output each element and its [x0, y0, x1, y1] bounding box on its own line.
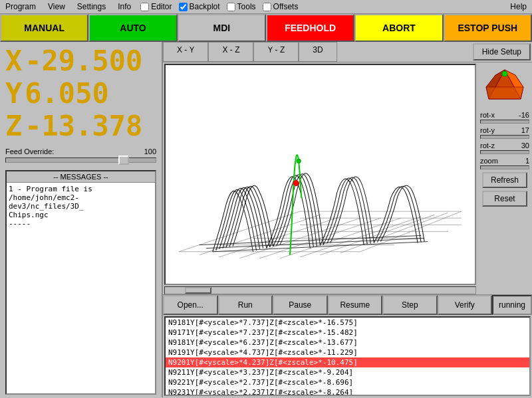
feed-override-value: 100 [144, 148, 156, 155]
checkbox-offsets[interactable]: Offsets [263, 2, 299, 11]
feedhold-button[interactable]: FEEDHOLD [266, 14, 354, 42]
menu-bar: Program View Settings Info Editor Backpl… [0, 0, 532, 14]
offsets-label: Offsets [273, 2, 299, 11]
orientation-cube[interactable] [481, 65, 528, 108]
open-button[interactable]: Open... [163, 295, 218, 315]
rot-z-slider[interactable] [480, 150, 529, 154]
plot-hscroll-thumb[interactable] [185, 287, 211, 294]
right-area: X - Y X - Z Y - Z 3D Hide Setup [163, 42, 532, 397]
messages-content: 1 - Program file is /home/john/emc2-dev3… [7, 183, 155, 393]
nc-line-7: N9231Y[#<yscale>*2.237]Z[#<zscale>*-8.26… [166, 387, 529, 396]
tools-checkbox-input[interactable] [227, 3, 235, 11]
z-value: -13.378 [25, 110, 142, 142]
resume-button[interactable]: Resume [328, 295, 383, 315]
svg-point-21 [293, 181, 299, 186]
rot-y-slider[interactable] [480, 135, 529, 139]
offsets-checkbox-input[interactable] [263, 3, 271, 11]
hide-setup-button[interactable]: Hide Setup [473, 43, 531, 60]
feed-label-row: Feed Override: 100 [5, 148, 156, 155]
menu-help[interactable]: Help [507, 1, 529, 12]
messages-text: 1 - Program file is /home/john/emc2-dev3… [9, 185, 92, 228]
rot-z-value: 30 [511, 142, 529, 149]
svg-marker-26 [486, 87, 523, 99]
nc-line-3: N9191Y[#<yscale>*4.737]Z[#<zscale>*-11.2… [166, 348, 529, 357]
menu-info[interactable]: Info [115, 1, 134, 12]
messages-box: -- MESSAGES -- 1 - Program file is /home… [5, 170, 156, 395]
abort-button[interactable]: ABORT [354, 14, 443, 42]
y-value: 6.050 [25, 77, 108, 110]
x-coord-row: X -29.500 [5, 45, 156, 77]
zoom-slider[interactable] [480, 165, 529, 169]
rot-z-section: rot-z 30 [480, 142, 529, 154]
rot-y-label: rot-y [480, 126, 509, 134]
svg-rect-0 [166, 77, 475, 272]
manual-button[interactable]: MANUAL [0, 14, 88, 42]
status-badge: running [492, 295, 532, 315]
y-label: Y [5, 77, 22, 110]
zoom-value: 1 [511, 157, 529, 165]
tools-label: Tools [237, 2, 256, 11]
auto-button[interactable]: AUTO [88, 14, 177, 42]
menu-program[interactable]: Program [3, 1, 39, 12]
backplot-area[interactable] [164, 64, 476, 285]
svg-point-22 [297, 159, 301, 163]
backplot-label: Backplot [190, 2, 220, 11]
rot-z-label: rot-z [480, 142, 509, 149]
zoom-label: zoom [480, 157, 509, 165]
feed-slider-thumb[interactable] [118, 155, 129, 165]
x-label: X [5, 45, 22, 77]
checkbox-backplot[interactable]: Backplot [179, 2, 220, 11]
plot-row: rot-x -16 rot-y 17 rot-z [163, 62, 532, 294]
tab-3d[interactable]: 3D [299, 42, 336, 62]
tab-yz[interactable]: Y - Z [253, 42, 299, 62]
menu-settings[interactable]: Settings [74, 1, 108, 12]
refresh-button[interactable]: Refresh [482, 172, 527, 188]
rot-x-slider[interactable] [480, 120, 529, 124]
rot-x-value: -16 [511, 111, 529, 119]
nc-line-4: N9201Y[#<yscale>*4.237]Z[#<zscale>*-10.4… [166, 357, 529, 367]
mode-bar: MANUAL AUTO MDI FEEDHOLD ABORT ESTOP PUS… [0, 14, 532, 42]
rot-y-value: 17 [511, 126, 529, 134]
nc-line-0: N9181Y[#<yscale>*7.737]Z[#<zscale>*-16.5… [166, 318, 529, 328]
tab-bar: X - Y X - Z Y - Z 3D Hide Setup [163, 42, 532, 62]
editor-checkbox-input[interactable] [140, 3, 149, 11]
plot-hscroll[interactable] [164, 286, 476, 294]
y-coord-row: Y 6.050 [5, 77, 156, 110]
rot-x-section: rot-x -16 [480, 111, 529, 124]
mdi-button[interactable]: MDI [178, 14, 266, 42]
rot-x-label: rot-x [480, 111, 509, 119]
nc-code-list[interactable]: N9181Y[#<yscale>*7.737]Z[#<zscale>*-16.5… [164, 316, 531, 396]
editor-label: Editor [151, 2, 172, 11]
feed-override-label: Feed Override: [5, 148, 54, 155]
step-button[interactable]: Step [382, 295, 438, 315]
main-area: X -29.500 Y 6.050 Z -13.378 Feed Overrid… [0, 42, 532, 397]
svg-point-27 [502, 71, 507, 76]
menu-view[interactable]: View [45, 1, 68, 12]
messages-header: -- MESSAGES -- [7, 171, 155, 183]
reset-button[interactable]: Reset [482, 191, 527, 207]
backplot-checkbox-input[interactable] [179, 3, 188, 11]
checkbox-tools[interactable]: Tools [227, 2, 256, 11]
rot-x-row: rot-x -16 [480, 111, 529, 119]
checkbox-editor[interactable]: Editor [140, 2, 172, 11]
z-label: Z [5, 110, 22, 142]
feed-slider-track[interactable] [5, 157, 156, 163]
nc-line-2: N9181Y[#<yscale>*6.237]Z[#<zscale>*-13.6… [166, 338, 529, 348]
backplot-svg [166, 65, 475, 284]
zoom-row: zoom 1 [480, 157, 529, 165]
coordinates-display: X -29.500 Y 6.050 Z -13.378 [0, 42, 162, 145]
tab-xy[interactable]: X - Y [163, 42, 208, 62]
zoom-section: zoom 1 [480, 157, 529, 169]
x-value: -29.500 [25, 45, 142, 77]
view-panel: rot-x -16 rot-y 17 rot-z [477, 62, 532, 294]
rot-y-row: rot-y 17 [480, 126, 529, 134]
run-button[interactable]: Run [218, 295, 273, 315]
verify-button[interactable]: Verify [438, 295, 493, 315]
pyramid-svg [483, 67, 527, 107]
tab-spacer [337, 42, 471, 62]
tab-xz[interactable]: X - Z [208, 42, 253, 62]
nc-line-6: N9221Y[#<yscale>*2.737]Z[#<zscale>*-8.69… [166, 377, 529, 387]
feed-override-section: Feed Override: 100 [0, 145, 162, 167]
pause-button[interactable]: Pause [273, 295, 328, 315]
estop-button[interactable]: ESTOP PUSH [444, 14, 532, 42]
